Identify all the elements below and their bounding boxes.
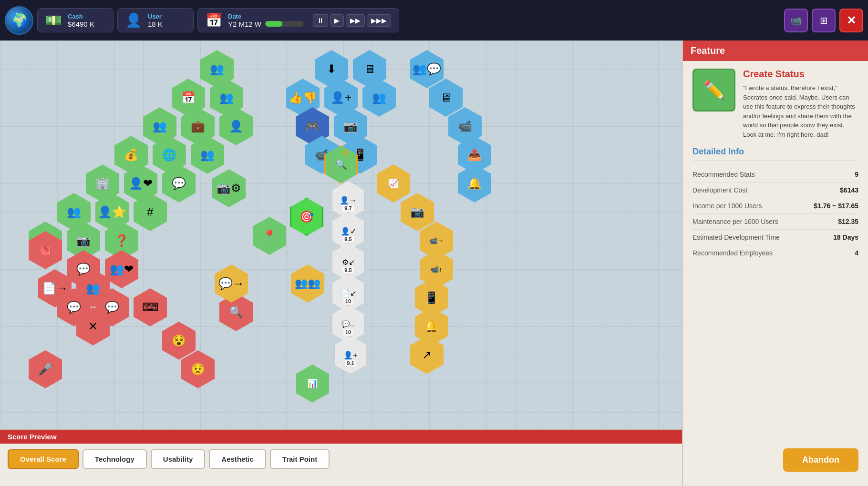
stat-label: Estimated Development Time — [692, 233, 780, 241]
score-tab-technology[interactable]: Technology — [83, 449, 147, 469]
faster-forward-button[interactable]: ▶▶▶ — [367, 14, 391, 27]
hex-red-8[interactable]: ⌨ — [134, 288, 167, 326]
hex-yellow-chat[interactable]: 💬→ — [215, 264, 248, 303]
globe-icon[interactable]: 🌍 — [5, 6, 33, 35]
score-preview-header: Score Preview — [0, 430, 682, 444]
stat-value: $6143 — [840, 186, 858, 194]
score-tab-usability[interactable]: Usability — [151, 449, 206, 469]
cash-stat: 💵 Cash $6490 K — [37, 8, 114, 32]
hex-red-emoji[interactable]: 😵 — [162, 322, 196, 360]
hex-yellow-cam1[interactable]: 📷 — [401, 193, 434, 231]
close-button[interactable]: ✕ — [839, 9, 863, 32]
hex-red-3[interactable]: 👥❤ — [105, 250, 138, 288]
feature-description: "I wrote a status, therefore I exist," S… — [743, 83, 858, 139]
date-progress-bar — [265, 21, 303, 27]
calendar-icon: 📅 — [206, 12, 222, 28]
video-icon-button[interactable]: 📹 — [784, 9, 808, 32]
date-value: Y2 M12 W — [228, 20, 261, 28]
score-tab-aesthetic[interactable]: Aesthetic — [209, 449, 266, 469]
hex-active-center[interactable]: 🎯 — [290, 198, 323, 236]
stat-value: 18 Days — [833, 233, 858, 241]
score-tabs: Overall ScoreTechnologyUsabilityAestheti… — [0, 444, 682, 475]
hex-green-cam[interactable]: 📷⚙ — [212, 169, 246, 207]
score-preview-panel: Score Preview Overall ScoreTechnologyUsa… — [0, 429, 682, 486]
user-stat: 👤 User 18 K — [117, 8, 194, 32]
hex-white-6[interactable]: 👤+ 9.1 — [334, 336, 367, 374]
score-tab-overall-score[interactable]: Overall Score — [8, 449, 79, 469]
feature-content: ✏️ Create Status "I wrote a status, ther… — [692, 69, 858, 139]
abandon-button[interactable]: Abandon — [783, 448, 858, 472]
hex-yellow-chart[interactable]: 📈 — [377, 164, 410, 202]
stats-table: Recommended Stats9Development Cost$6143I… — [692, 167, 858, 261]
stat-row: Maintenance per 1000 Users$12.35 — [692, 214, 858, 230]
stat-value: $12.35 — [838, 218, 858, 225]
stat-row: Estimated Development Time18 Days — [692, 230, 858, 245]
date-label: Date — [228, 13, 303, 20]
hex-blue-tr5[interactable]: 🔔 — [458, 164, 491, 202]
topbar: 🌍 💵 Cash $6490 K 👤 User 18 K 📅 Date Y2 M… — [0, 0, 868, 40]
date-stat: 📅 Date Y2 M12 W ⏸ ▶ ▶▶ ▶▶▶ — [197, 8, 399, 32]
play-button[interactable]: ▶ — [330, 14, 344, 27]
stat-label: Income per 1000 Users — [692, 202, 762, 210]
cash-value: $6490 K — [68, 20, 94, 28]
stat-value: $1.76 ~ $17.65 — [814, 202, 858, 210]
hex-yellow-share[interactable]: ↗ — [410, 336, 444, 374]
pause-button[interactable]: ⏸ — [313, 14, 328, 27]
user-label: User — [148, 13, 163, 20]
stat-value: 4 — [855, 249, 858, 257]
stat-row: Development Cost$6143 — [692, 182, 858, 198]
hex-red-mic[interactable]: 🎤 — [29, 350, 62, 388]
stat-row: Recommended Employees4 — [692, 245, 858, 261]
user-value: 18 K — [148, 20, 163, 28]
fast-forward-button[interactable]: ▶▶ — [346, 14, 365, 27]
hex-grid: 👥 📅 👥 👥 💼 👤 💰 🌐 👥 🏢 👤❤ 💬 👥 👤⭐ # ⚠ 📷 ❓ 📍 … — [0, 40, 711, 486]
date-controls: ⏸ ▶ ▶▶ ▶▶▶ — [313, 14, 391, 27]
stat-label: Development Cost — [692, 186, 747, 194]
hex-red-frown[interactable]: 😟 — [181, 350, 215, 388]
stat-label: Maintenance per 1000 Users — [692, 218, 778, 225]
user-icon: 👤 — [125, 12, 142, 28]
feature-panel: Feature ✏️ Create Status "I wrote a stat… — [682, 40, 868, 486]
detailed-info-title: Detailed Info — [692, 147, 858, 161]
cash-icon: 💵 — [45, 12, 62, 28]
hex-bottom-table[interactable]: 📊 — [296, 364, 329, 403]
hex-blue-tr1[interactable]: 👥💬 — [410, 50, 444, 88]
date-progress-fill — [265, 21, 282, 27]
stat-row: Recommended Stats9 — [692, 167, 858, 182]
feature-panel-header: Feature — [683, 40, 868, 61]
stat-label: Recommended Stats — [692, 171, 755, 178]
feature-title: Create Status — [743, 69, 858, 80]
top-right-icons: 📹 ⊞ ✕ — [784, 9, 863, 32]
score-tab-trait-point[interactable]: Trait Point — [270, 449, 330, 469]
cash-label: Cash — [68, 13, 94, 20]
grid-icon-button[interactable]: ⊞ — [812, 9, 836, 32]
stat-value: 9 — [855, 171, 858, 178]
stat-row: Income per 1000 Users$1.76 ~ $17.65 — [692, 198, 858, 214]
stat-label: Recommended Employees — [692, 249, 773, 257]
hex-location[interactable]: 📍 — [253, 217, 286, 255]
hex-yellow-phone[interactable]: 📱 — [415, 279, 448, 317]
feature-image: ✏️ — [692, 69, 735, 111]
hex-yellow-groups[interactable]: 👥👥 — [291, 264, 324, 303]
hex-blue-tr2[interactable]: 🖥 — [429, 79, 463, 117]
